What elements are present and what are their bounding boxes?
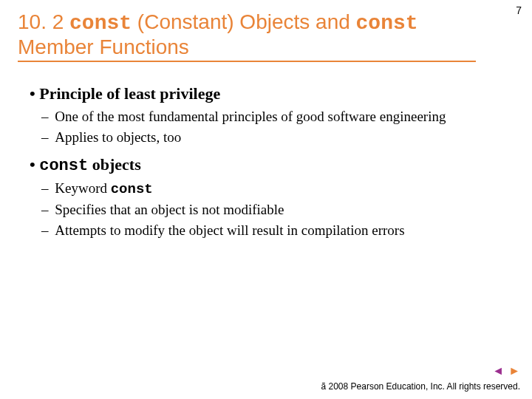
heading-text-mid: (Constant) Objects and: [132, 10, 355, 33]
next-slide-icon[interactable]: ►: [508, 365, 520, 377]
sub-bullet-text: Keyword: [55, 180, 110, 196]
sublist-const: Keyword const Specifies that an object i…: [55, 180, 502, 239]
bullet-keyword-const: const: [39, 157, 88, 175]
bullet-const-objects: const objects: [30, 155, 502, 175]
prev-slide-icon[interactable]: ◄: [492, 365, 504, 377]
slide-heading: 10. 2 const (Constant) Objects and const…: [18, 10, 476, 62]
sub-bullet: Attempts to modify the object will resul…: [55, 222, 502, 239]
content-area: Principle of least privilege One of the …: [30, 81, 502, 248]
heading-section-number: 10. 2: [18, 10, 64, 33]
slide: 7 10. 2 const (Constant) Objects and con…: [0, 0, 532, 399]
bullet-principle: Principle of least privilege: [30, 84, 502, 103]
sub-bullet: One of the most fundamental principles o…: [55, 108, 502, 126]
copyright-footer: ã 2008 Pearson Education, Inc. All right…: [321, 381, 521, 392]
bullet-text-objects: objects: [88, 155, 140, 174]
sublist-principle: One of the most fundamental principles o…: [55, 108, 502, 146]
sub-bullet: Applies to objects, too: [55, 129, 502, 146]
heading-keyword-const-1: const: [69, 12, 132, 35]
nav-controls: ◄ ►: [492, 365, 520, 377]
sub-bullet: Specifies that an object is not modifiab…: [55, 201, 502, 219]
sub-bullet: Keyword const: [55, 180, 502, 199]
heading-text-tail: Member Functions: [18, 35, 189, 58]
heading-keyword-const-2: const: [356, 12, 418, 35]
page-number: 7: [516, 4, 522, 16]
sub-bullet-keyword-const: const: [111, 181, 153, 197]
